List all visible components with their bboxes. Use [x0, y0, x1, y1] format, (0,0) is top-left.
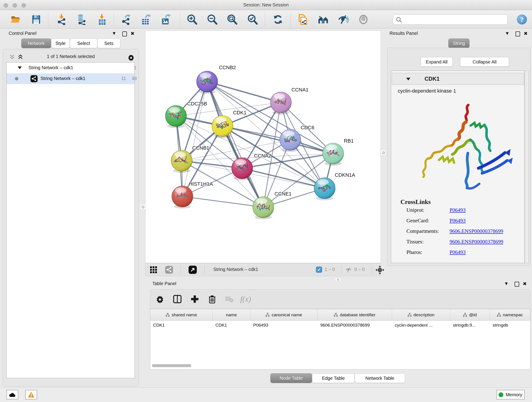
horizontal-splitter-grip[interactable] [335, 278, 341, 281]
selected-nodes-checkbox[interactable]: ✔ [316, 267, 322, 273]
table-panel-close-icon[interactable]: ✖ [523, 281, 527, 287]
delete-column-icon[interactable] [206, 293, 219, 306]
hidden-eye-icon[interactable] [345, 267, 352, 273]
tab-network-table[interactable]: Network Table [355, 373, 405, 383]
fit-content-crosshair-icon[interactable] [375, 266, 384, 274]
network-share-icon[interactable] [165, 266, 173, 274]
results-panel-close-icon[interactable]: ✖ [524, 31, 528, 36]
tab-network[interactable]: Network [21, 38, 51, 48]
network-node-cdkn1a[interactable] [314, 178, 335, 200]
tab-select[interactable]: Select [70, 38, 97, 48]
help-icon[interactable]: ? [517, 14, 527, 25]
table-horizontal-scrollbar[interactable] [152, 364, 191, 367]
network-node-ccne1[interactable] [253, 197, 274, 219]
control-panel-close-icon[interactable]: ✖ [131, 31, 134, 36]
crosslink-value-link[interactable]: P06493 [450, 249, 466, 255]
table-cell[interactable]: CDK1 [213, 321, 250, 331]
results-panel-float-icon[interactable] [515, 32, 520, 36]
zoom-in-icon[interactable] [186, 13, 198, 26]
network-collection-row[interactable]: String Network – cdk1 1 [7, 63, 134, 73]
column-header[interactable]: shared name [150, 309, 213, 320]
expand-all-button[interactable]: Expand All [421, 57, 453, 67]
table-panel-title: Table Panel [152, 281, 177, 286]
import-network-file-icon[interactable] [56, 13, 68, 26]
zoom-out-icon[interactable] [206, 13, 219, 26]
search-input[interactable] [404, 16, 505, 23]
table-cell[interactable]: stringdb:9... [450, 321, 490, 331]
network-graph[interactable]: CCNB2CCNA1CDC25BCDK1CDC6RB1CCNB1CCNA2CDK… [146, 31, 380, 263]
control-panel-float-icon[interactable] [122, 32, 127, 36]
crosslink-value-link[interactable]: P06493 [450, 207, 466, 213]
network-node-cdc25b[interactable] [165, 105, 186, 128]
collection-expand-icon[interactable] [18, 66, 22, 69]
table-row[interactable]: CDK1CDK1P064939606.ENSP00000378699cyclin… [150, 321, 530, 331]
crosslink-value-link[interactable]: 9606.ENSP00000378699 [450, 228, 503, 234]
grid-view-icon[interactable] [150, 266, 157, 274]
network-node-cdc6[interactable] [280, 129, 301, 152]
results-panel-float-menu-icon[interactable]: ▼ [505, 31, 510, 36]
zoom-selected-icon[interactable] [246, 13, 259, 26]
network-node-ccnb1[interactable] [171, 150, 192, 173]
right-splitter-grip[interactable] [381, 150, 386, 155]
memory-button[interactable]: Memory [496, 390, 525, 400]
export-network-icon[interactable] [120, 13, 133, 26]
network-canvas[interactable]: CCNB2CCNA1CDC25BCDK1CDC6RB1CCNB1CCNA2CDK… [145, 31, 381, 263]
table-panel-float-icon[interactable] [515, 282, 519, 287]
node-label: CCNB1 [192, 145, 209, 151]
results-scrollbar[interactable] [525, 70, 529, 263]
gene-section-header[interactable]: CDK1 [392, 73, 524, 85]
tab-sets[interactable]: Sets [97, 38, 120, 48]
network-options-gear-icon[interactable] [127, 53, 135, 61]
table-cell[interactable]: 9606.ENSP00000378699 [317, 321, 392, 331]
clone-network-icon[interactable] [297, 13, 309, 26]
tab-node-table[interactable]: Node Table [270, 373, 312, 383]
show-columns-icon[interactable] [171, 293, 184, 306]
import-network-database-icon[interactable] [75, 13, 88, 26]
open-session-icon[interactable] [9, 13, 22, 26]
warning-status-button[interactable] [25, 390, 37, 400]
crosslink-value-link[interactable]: P06493 [450, 218, 466, 224]
import-table-icon[interactable] [96, 13, 109, 26]
column-header[interactable]: database identifier [317, 309, 392, 320]
network-row-selected[interactable]: String Network – cdk1 11 48 [7, 73, 134, 84]
table-cell[interactable]: CDK1 [150, 321, 213, 331]
column-header[interactable]: @id [450, 309, 490, 320]
cloud-status-button[interactable] [6, 390, 18, 400]
delete-table-icon[interactable] [223, 293, 235, 306]
table-panel-float-menu-icon[interactable]: ▼ [504, 281, 509, 286]
table-options-gear-icon[interactable] [153, 293, 166, 306]
tab-edge-table[interactable]: Edge Table [312, 373, 355, 383]
column-header[interactable]: name [213, 309, 250, 320]
tab-string[interactable]: String [448, 38, 469, 48]
tab-style[interactable]: Style [51, 38, 70, 48]
open-in-window-icon[interactable] [189, 266, 197, 274]
show-all-icon[interactable] [357, 13, 370, 26]
table-cell[interactable]: P06493 [250, 321, 317, 331]
network-node-ccna1[interactable] [270, 92, 291, 115]
column-header[interactable]: canonical name [250, 309, 317, 320]
add-column-icon[interactable] [188, 293, 201, 306]
export-image-icon[interactable] [159, 13, 172, 26]
collapse-all-button[interactable]: Collapse All [460, 57, 509, 67]
hidden-count: 0 – 0 [355, 267, 365, 272]
gene-collapse-icon[interactable] [406, 78, 410, 80]
network-node-rb1[interactable] [323, 143, 344, 166]
left-splitter-grip[interactable] [140, 204, 146, 210]
function-builder-icon[interactable]: f(x) [239, 293, 252, 306]
hide-selected-icon[interactable] [337, 13, 350, 26]
toolbar-separator [265, 13, 265, 26]
network-tree: String Network – cdk1 1 String Network –… [6, 62, 135, 378]
column-header[interactable]: namespac [490, 309, 530, 320]
zoom-fit-icon[interactable] [226, 13, 239, 26]
first-neighbors-icon[interactable] [317, 13, 330, 26]
string-network-icon [31, 75, 38, 82]
save-session-icon[interactable] [30, 13, 43, 26]
crosslink-value-link[interactable]: 9606.ENSP00000378699 [450, 239, 503, 245]
table-cell[interactable]: stringdb [490, 321, 530, 331]
export-table-icon[interactable] [139, 13, 152, 26]
control-panel-float-menu-icon[interactable]: ▼ [112, 31, 116, 36]
refresh-icon[interactable] [272, 13, 284, 26]
network-node-hist1h1a[interactable] [172, 186, 193, 209]
table-cell[interactable]: cyclin-dependent ... [392, 321, 450, 331]
column-header[interactable]: description [392, 309, 450, 320]
